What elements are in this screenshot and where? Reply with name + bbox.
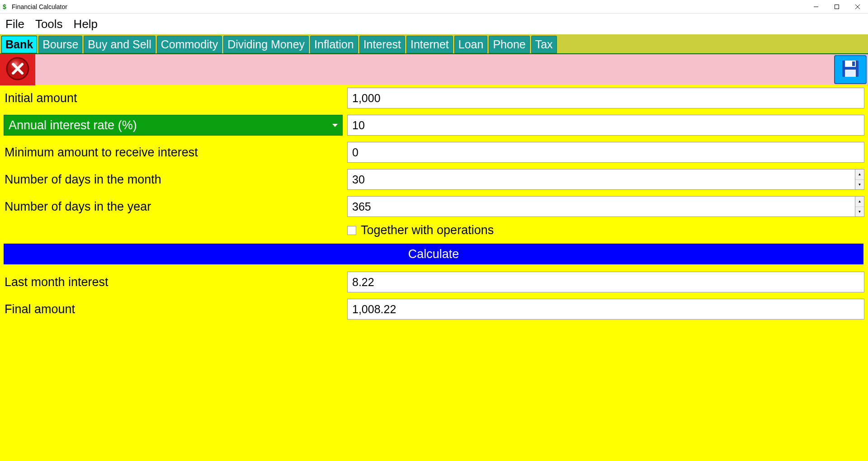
svg-rect-12 [845,70,856,77]
label-final-amount: Final amount [4,302,343,316]
save-icon [840,59,860,80]
tab-phone[interactable]: Phone [489,36,529,53]
label-days-month: Number of days in the month [4,173,343,187]
form-area: Initial amount Annual interest rate (%) … [0,85,868,461]
input-days-year[interactable] [347,196,855,217]
row-interest-rate: Annual interest rate (%) [4,115,864,136]
close-window-button[interactable] [847,0,868,14]
toolbar [0,53,868,85]
chevron-down-icon [332,124,338,127]
menubar: File Tools Help [0,14,868,34]
input-interest-rate[interactable] [347,115,864,136]
calculate-button[interactable]: Calculate [4,244,863,264]
row-min-amount: Minimum amount to receive interest [4,142,864,163]
window-title: Financial Calculator [12,3,67,10]
app-icon: $ [2,3,9,10]
input-initial-amount[interactable] [347,88,864,108]
tab-bank[interactable]: Bank [1,36,37,53]
days-year-up[interactable]: ▲ [855,197,864,207]
menu-file[interactable]: File [5,17,24,31]
row-final-amount: Final amount [4,299,864,320]
maximize-button[interactable] [826,0,847,14]
tab-dividing-money[interactable]: Dividing Money [223,36,309,53]
label-together: Together with operations [361,223,494,237]
titlebar: $ Financial Calculator [0,0,868,14]
svg-text:$: $ [3,3,6,10]
tab-commodity[interactable]: Commodity [157,36,222,53]
row-together: Together with operations [347,223,864,237]
tab-internet[interactable]: Internet [406,36,453,53]
row-days-month: Number of days in the month ▲ ▼ [4,169,864,190]
close-icon [5,56,30,83]
label-initial-amount: Initial amount [4,91,343,105]
label-days-year: Number of days in the year [4,200,343,214]
days-month-down[interactable]: ▼ [855,180,864,190]
days-month-up[interactable]: ▲ [855,169,864,180]
input-days-month[interactable] [347,169,855,190]
save-button[interactable] [834,55,867,84]
output-last-month[interactable] [347,272,864,292]
svg-rect-11 [852,61,855,66]
row-last-month: Last month interest [4,272,864,292]
svg-rect-2 [835,5,839,9]
window-controls [806,0,868,14]
minimize-button[interactable] [806,0,826,14]
clear-button[interactable] [0,54,35,85]
tab-tax[interactable]: Tax [531,36,557,53]
tab-buy-and-sell[interactable]: Buy and Sell [84,36,155,53]
tab-inflation[interactable]: Inflation [310,36,358,53]
dropdown-interest-rate[interactable]: Annual interest rate (%) [4,115,343,136]
menu-help[interactable]: Help [74,17,98,31]
tab-interest[interactable]: Interest [359,36,405,53]
input-min-amount[interactable] [347,142,864,163]
checkbox-together[interactable] [347,226,356,235]
label-min-amount: Minimum amount to receive interest [4,146,343,160]
dropdown-interest-rate-label: Annual interest rate (%) [9,118,137,132]
tabbar: Bank Bourse Buy and Sell Commodity Divid… [0,34,868,53]
menu-tools[interactable]: Tools [35,17,63,31]
output-final-amount[interactable] [347,299,864,320]
row-initial-amount: Initial amount [4,88,864,108]
row-days-year: Number of days in the year ▲ ▼ [4,196,864,217]
days-year-down[interactable]: ▼ [855,207,864,217]
tab-loan[interactable]: Loan [454,36,488,53]
label-last-month: Last month interest [4,275,343,289]
tab-bourse[interactable]: Bourse [38,36,82,53]
